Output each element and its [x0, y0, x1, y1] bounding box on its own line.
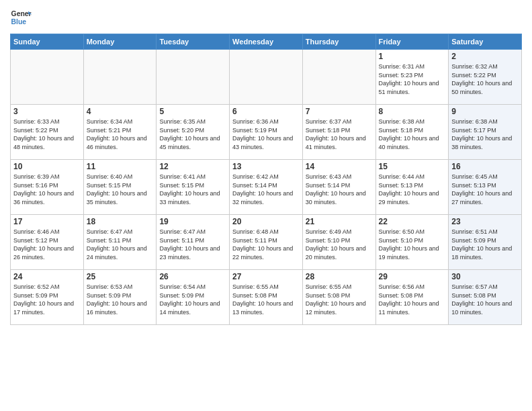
calendar-cell: 22Sunrise: 6:50 AM Sunset: 5:10 PM Dayli…	[375, 215, 449, 270]
sun-info: Sunrise: 6:32 AM Sunset: 5:22 PM Dayligh…	[451, 62, 519, 96]
sun-info: Sunrise: 6:47 AM Sunset: 5:11 PM Dayligh…	[159, 228, 226, 261]
weekday-header-row: SundayMondayTuesdayWednesdayThursdayFrid…	[11, 34, 522, 50]
day-number: 5	[159, 107, 226, 116]
day-number: 1	[379, 52, 446, 61]
calendar-cell: 27Sunrise: 6:55 AM Sunset: 5:08 PM Dayli…	[230, 270, 303, 325]
calendar-cell: 6Sunrise: 6:36 AM Sunset: 5:19 PM Daylig…	[230, 105, 303, 160]
sun-info: Sunrise: 6:57 AM Sunset: 5:08 PM Dayligh…	[451, 283, 519, 316]
sun-info: Sunrise: 6:48 AM Sunset: 5:11 PM Dayligh…	[232, 228, 300, 261]
sun-info: Sunrise: 6:50 AM Sunset: 5:10 PM Dayligh…	[379, 228, 446, 261]
day-number: 3	[13, 107, 81, 116]
page-container: General Blue SundayMondayTuesdayWednesda…	[0, 0, 532, 411]
day-number: 19	[159, 217, 226, 226]
weekday-header-wednesday: Wednesday	[230, 34, 303, 50]
sun-info: Sunrise: 6:55 AM Sunset: 5:08 PM Dayligh…	[232, 283, 300, 316]
sun-info: Sunrise: 6:39 AM Sunset: 5:16 PM Dayligh…	[13, 173, 81, 206]
calendar-cell: 28Sunrise: 6:55 AM Sunset: 5:08 PM Dayli…	[302, 270, 375, 325]
calendar-cell: 8Sunrise: 6:38 AM Sunset: 5:18 PM Daylig…	[375, 105, 449, 160]
logo-icon: General Blue	[10, 7, 32, 28]
day-number: 14	[306, 162, 373, 171]
sun-info: Sunrise: 6:54 AM Sunset: 5:09 PM Dayligh…	[159, 283, 226, 316]
sun-info: Sunrise: 6:31 AM Sunset: 5:23 PM Dayligh…	[379, 62, 446, 96]
day-number: 24	[13, 272, 81, 281]
calendar-cell: 16Sunrise: 6:45 AM Sunset: 5:13 PM Dayli…	[449, 160, 522, 215]
sun-info: Sunrise: 6:34 AM Sunset: 5:21 PM Dayligh…	[87, 118, 154, 151]
week-row-2: 3Sunrise: 6:33 AM Sunset: 5:22 PM Daylig…	[11, 105, 522, 160]
calendar-cell: 1Sunrise: 6:31 AM Sunset: 5:23 PM Daylig…	[375, 50, 449, 105]
day-number: 25	[87, 272, 154, 281]
sun-info: Sunrise: 6:33 AM Sunset: 5:22 PM Dayligh…	[13, 118, 81, 151]
week-row-1: 1Sunrise: 6:31 AM Sunset: 5:23 PM Daylig…	[11, 50, 522, 105]
day-number: 8	[379, 107, 446, 116]
sun-info: Sunrise: 6:47 AM Sunset: 5:11 PM Dayligh…	[87, 228, 154, 261]
day-number: 29	[379, 272, 446, 281]
calendar-cell: 17Sunrise: 6:46 AM Sunset: 5:12 PM Dayli…	[11, 215, 84, 270]
sun-info: Sunrise: 6:53 AM Sunset: 5:09 PM Dayligh…	[87, 283, 154, 316]
day-number: 12	[159, 162, 226, 171]
sun-info: Sunrise: 6:38 AM Sunset: 5:18 PM Dayligh…	[379, 118, 446, 151]
day-number: 20	[232, 217, 300, 226]
weekday-header-monday: Monday	[83, 34, 157, 50]
day-number: 22	[379, 217, 446, 226]
calendar-cell: 30Sunrise: 6:57 AM Sunset: 5:08 PM Dayli…	[449, 270, 522, 325]
sun-info: Sunrise: 6:51 AM Sunset: 5:09 PM Dayligh…	[451, 228, 519, 261]
calendar-cell	[230, 50, 303, 105]
calendar-cell: 23Sunrise: 6:51 AM Sunset: 5:09 PM Dayli…	[449, 215, 522, 270]
sun-info: Sunrise: 6:40 AM Sunset: 5:15 PM Dayligh…	[87, 173, 154, 206]
sun-info: Sunrise: 6:42 AM Sunset: 5:14 PM Dayligh…	[232, 173, 300, 206]
sun-info: Sunrise: 6:43 AM Sunset: 5:14 PM Dayligh…	[306, 173, 373, 206]
svg-text:Blue: Blue	[11, 18, 27, 26]
sun-info: Sunrise: 6:55 AM Sunset: 5:08 PM Dayligh…	[306, 283, 373, 316]
calendar-cell: 11Sunrise: 6:40 AM Sunset: 5:15 PM Dayli…	[83, 160, 157, 215]
day-number: 30	[451, 272, 519, 281]
sun-info: Sunrise: 6:36 AM Sunset: 5:19 PM Dayligh…	[232, 118, 300, 151]
calendar-cell: 25Sunrise: 6:53 AM Sunset: 5:09 PM Dayli…	[83, 270, 157, 325]
sun-info: Sunrise: 6:44 AM Sunset: 5:13 PM Dayligh…	[379, 173, 446, 206]
day-number: 28	[306, 272, 373, 281]
sun-info: Sunrise: 6:41 AM Sunset: 5:15 PM Dayligh…	[159, 173, 226, 206]
day-number: 7	[306, 107, 373, 116]
sun-info: Sunrise: 6:35 AM Sunset: 5:20 PM Dayligh…	[159, 118, 226, 151]
day-number: 15	[379, 162, 446, 171]
weekday-header-sunday: Sunday	[11, 34, 84, 50]
sun-info: Sunrise: 6:37 AM Sunset: 5:18 PM Dayligh…	[306, 118, 373, 151]
calendar-cell: 21Sunrise: 6:49 AM Sunset: 5:10 PM Dayli…	[302, 215, 375, 270]
calendar-cell: 12Sunrise: 6:41 AM Sunset: 5:15 PM Dayli…	[157, 160, 230, 215]
day-number: 17	[13, 217, 81, 226]
day-number: 13	[232, 162, 300, 171]
weekday-header-saturday: Saturday	[449, 34, 522, 50]
day-number: 11	[87, 162, 154, 171]
calendar-cell: 7Sunrise: 6:37 AM Sunset: 5:18 PM Daylig…	[302, 105, 375, 160]
calendar-cell	[157, 50, 230, 105]
sun-info: Sunrise: 6:52 AM Sunset: 5:09 PM Dayligh…	[13, 283, 81, 316]
calendar-cell: 2Sunrise: 6:32 AM Sunset: 5:22 PM Daylig…	[449, 50, 522, 105]
day-number: 26	[159, 272, 226, 281]
calendar-cell: 13Sunrise: 6:42 AM Sunset: 5:14 PM Dayli…	[230, 160, 303, 215]
calendar-cell: 5Sunrise: 6:35 AM Sunset: 5:20 PM Daylig…	[157, 105, 230, 160]
calendar-table: SundayMondayTuesdayWednesdayThursdayFrid…	[10, 34, 522, 325]
week-row-5: 24Sunrise: 6:52 AM Sunset: 5:09 PM Dayli…	[11, 270, 522, 325]
week-row-3: 10Sunrise: 6:39 AM Sunset: 5:16 PM Dayli…	[11, 160, 522, 215]
day-number: 16	[451, 162, 519, 171]
day-number: 4	[87, 107, 154, 116]
calendar-cell: 14Sunrise: 6:43 AM Sunset: 5:14 PM Dayli…	[302, 160, 375, 215]
day-number: 18	[87, 217, 154, 226]
sun-info: Sunrise: 6:38 AM Sunset: 5:17 PM Dayligh…	[451, 118, 519, 151]
calendar-cell: 24Sunrise: 6:52 AM Sunset: 5:09 PM Dayli…	[11, 270, 84, 325]
logo: General Blue	[10, 7, 32, 28]
weekday-header-tuesday: Tuesday	[157, 34, 230, 50]
sun-info: Sunrise: 6:45 AM Sunset: 5:13 PM Dayligh…	[451, 173, 519, 206]
sun-info: Sunrise: 6:46 AM Sunset: 5:12 PM Dayligh…	[13, 228, 81, 261]
calendar-cell: 3Sunrise: 6:33 AM Sunset: 5:22 PM Daylig…	[11, 105, 84, 160]
calendar-cell: 26Sunrise: 6:54 AM Sunset: 5:09 PM Dayli…	[157, 270, 230, 325]
day-number: 21	[306, 217, 373, 226]
day-number: 10	[13, 162, 81, 171]
calendar-cell: 10Sunrise: 6:39 AM Sunset: 5:16 PM Dayli…	[11, 160, 84, 215]
header: General Blue	[10, 7, 522, 28]
week-row-4: 17Sunrise: 6:46 AM Sunset: 5:12 PM Dayli…	[11, 215, 522, 270]
calendar-cell	[302, 50, 375, 105]
calendar-cell: 29Sunrise: 6:56 AM Sunset: 5:08 PM Dayli…	[375, 270, 449, 325]
day-number: 2	[451, 52, 519, 61]
calendar-cell: 4Sunrise: 6:34 AM Sunset: 5:21 PM Daylig…	[83, 105, 157, 160]
day-number: 27	[232, 272, 300, 281]
